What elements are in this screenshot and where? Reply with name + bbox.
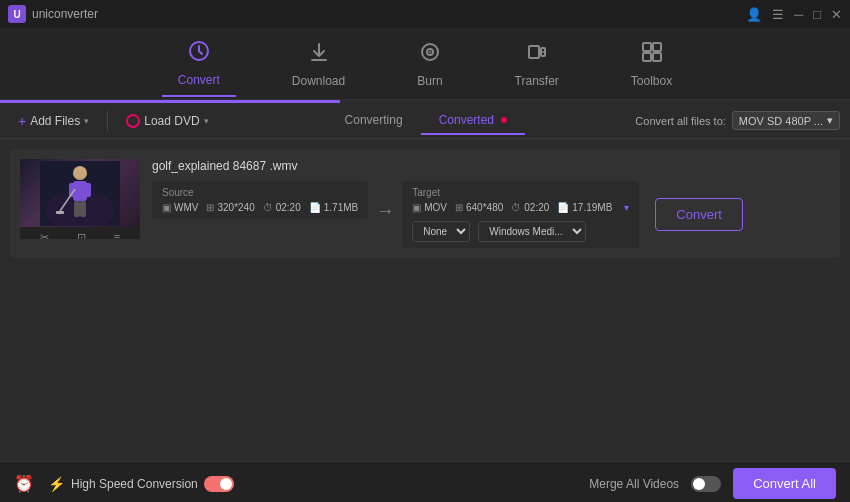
size-icon: 📄 [309,202,321,213]
svg-point-12 [73,166,87,180]
title-bar-left: U uniconverter [8,5,98,23]
file-details: Source ▣ WMV ⊞ 320*240 ⏱ 02:20 [152,181,830,248]
nav-item-convert[interactable]: Convert [162,31,236,97]
nav-label-download: Download [292,74,345,88]
file-thumbnail: ✂ ⊡ ≡ [20,159,140,239]
format-icon: ▣ [162,202,171,213]
crop-icon[interactable]: ⊡ [77,231,86,240]
svg-rect-8 [643,53,651,61]
target-resolution: ⊞ 640*480 [455,202,503,213]
title-bar-controls: 👤 ☰ ─ □ ✕ [746,7,842,22]
format-select[interactable]: MOV SD 480P ... ▾ [732,111,840,130]
svg-rect-16 [74,201,80,217]
source-resolution: ⊞ 320*240 [206,202,254,213]
nav-bar: Convert Download Burn Tran [0,28,850,100]
add-files-arrow: ▾ [84,116,89,126]
close-icon[interactable]: ✕ [831,7,842,22]
high-speed-toggle[interactable] [204,476,234,492]
format-select-arrow: ▾ [827,114,833,127]
title-bar: U uniconverter 👤 ☰ ─ □ ✕ [0,0,850,28]
format-select-value: MOV SD 480P ... [739,115,823,127]
nav-label-convert: Convert [178,73,220,87]
svg-rect-7 [653,43,661,51]
svg-rect-13 [73,181,87,201]
toolbar: + Add Files ▾ Load DVD ▾ Converting Conv… [0,103,850,139]
nav-item-toolbox[interactable]: Toolbox [615,32,688,96]
target-format: ▣ MOV [412,202,447,213]
merge-toggle[interactable] [691,476,721,492]
bottom-right: Merge All Videos Convert All [589,468,836,499]
load-dvd-button[interactable]: Load DVD ▾ [118,110,216,132]
svg-rect-17 [80,201,86,217]
tab-converted-dot [501,117,507,123]
target-size-icon: 📄 [557,202,569,213]
convert-all-label: Convert all files to: [635,115,725,127]
toolbar-right: Convert all files to: MOV SD 480P ... ▾ [635,111,840,130]
tab-converted[interactable]: Converted [421,107,526,135]
source-label: Source [162,187,358,198]
main-content: ✂ ⊡ ≡ golf_explained 84687 .wmv Source ▣… [0,139,850,461]
target-res-icon: ⊞ [455,202,463,213]
file-item: ✂ ⊡ ≡ golf_explained 84687 .wmv Source ▣… [10,149,840,258]
target-dropdown[interactable]: ▾ [624,202,629,213]
target-duration: ⏱ 02:20 [511,202,549,213]
resolution-icon: ⊞ [206,202,214,213]
file-options: None Windows Medi... [412,221,629,242]
nav-item-burn[interactable]: Burn [401,32,458,96]
toolbox-icon [640,40,664,70]
file-name: golf_explained 84687 .wmv [152,159,830,173]
merge-label: Merge All Videos [589,477,679,491]
svg-rect-4 [529,46,539,58]
menu-icon[interactable]: ☰ [772,7,784,22]
convert-button[interactable]: Convert [655,198,743,231]
thumbnail-image [20,159,140,227]
speed-icon: ⚡ [48,476,65,492]
toolbar-divider [107,111,108,131]
tab-converted-label: Converted [439,113,494,127]
thumbnail-svg [40,161,120,226]
nav-label-toolbox: Toolbox [631,74,672,88]
toolbar-tabs: Converting Converted [223,107,630,135]
nav-label-transfer: Transfer [515,74,559,88]
user-icon[interactable]: 👤 [746,7,762,22]
convert-icon [187,39,211,69]
tab-converting[interactable]: Converting [327,107,421,135]
source-meta: ▣ WMV ⊞ 320*240 ⏱ 02:20 📄 [162,202,358,213]
cut-icon[interactable]: ✂ [40,231,49,240]
clock-icon[interactable]: ⏰ [14,474,34,493]
nav-label-burn: Burn [417,74,442,88]
target-box: Target ▣ MOV ⊞ 640*480 ⏱ 02:20 [402,181,639,248]
svg-point-3 [429,51,431,53]
transfer-icon [525,40,549,70]
load-dvd-label: Load DVD [144,114,199,128]
file-info: golf_explained 84687 .wmv Source ▣ WMV ⊞… [152,159,830,248]
convert-all-button[interactable]: Convert All [733,468,836,499]
download-icon [307,40,331,70]
speed-conversion: ⚡ High Speed Conversion [48,476,234,492]
bottom-left: ⏰ ⚡ High Speed Conversion [14,474,234,493]
target-format-icon: ▣ [412,202,421,213]
nav-item-transfer[interactable]: Transfer [499,32,575,96]
effect-select[interactable]: None [412,221,470,242]
toolbar-left: + Add Files ▾ Load DVD ▾ [10,109,217,133]
source-duration: ⏱ 02:20 [263,202,301,213]
convert-arrow: → [376,181,394,222]
add-files-button[interactable]: + Add Files ▾ [10,109,97,133]
source-size: 📄 1.71MB [309,202,358,213]
subtitle-select[interactable]: Windows Medi... [478,221,586,242]
adjust-icon[interactable]: ≡ [114,231,120,239]
svg-rect-15 [85,183,91,197]
high-speed-label: High Speed Conversion [71,477,198,491]
dvd-icon [126,114,140,128]
minimize-icon[interactable]: ─ [794,7,803,22]
source-box: Source ▣ WMV ⊞ 320*240 ⏱ 02:20 [152,181,368,219]
target-label: Target [412,187,629,198]
nav-item-download[interactable]: Download [276,32,361,96]
load-dvd-arrow: ▾ [204,116,209,126]
maximize-icon[interactable]: □ [813,7,821,22]
svg-rect-6 [643,43,651,51]
add-files-label: Add Files [30,114,80,128]
target-meta: ▣ MOV ⊞ 640*480 ⏱ 02:20 📄 [412,202,629,213]
convert-button-label: Convert [676,207,722,222]
svg-rect-9 [653,53,661,61]
